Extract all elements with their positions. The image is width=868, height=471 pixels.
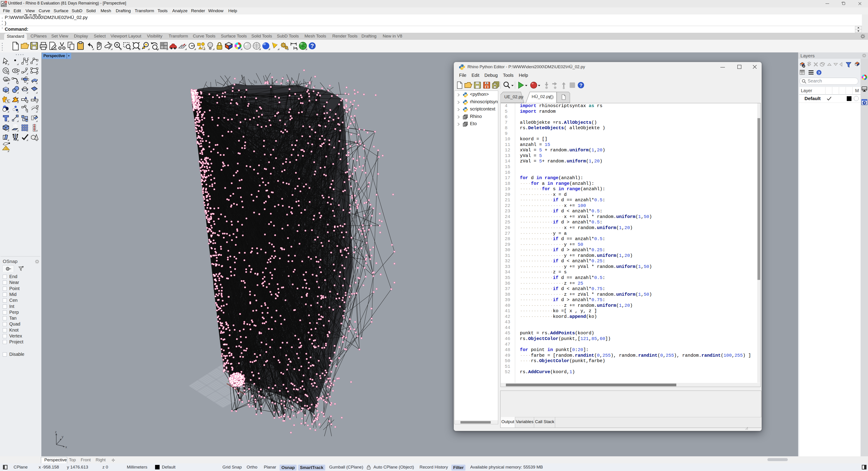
svg-text:y: y (62, 435, 64, 438)
svg-text:?: ? (579, 82, 582, 88)
svg-text:?: ? (310, 43, 314, 49)
svg-text:z: z (55, 430, 57, 434)
svg-text:?: ? (818, 71, 820, 75)
svg-text:?: ? (864, 101, 866, 105)
svg-text:8: 8 (5, 1, 6, 3)
svg-text:x: x (65, 445, 67, 449)
